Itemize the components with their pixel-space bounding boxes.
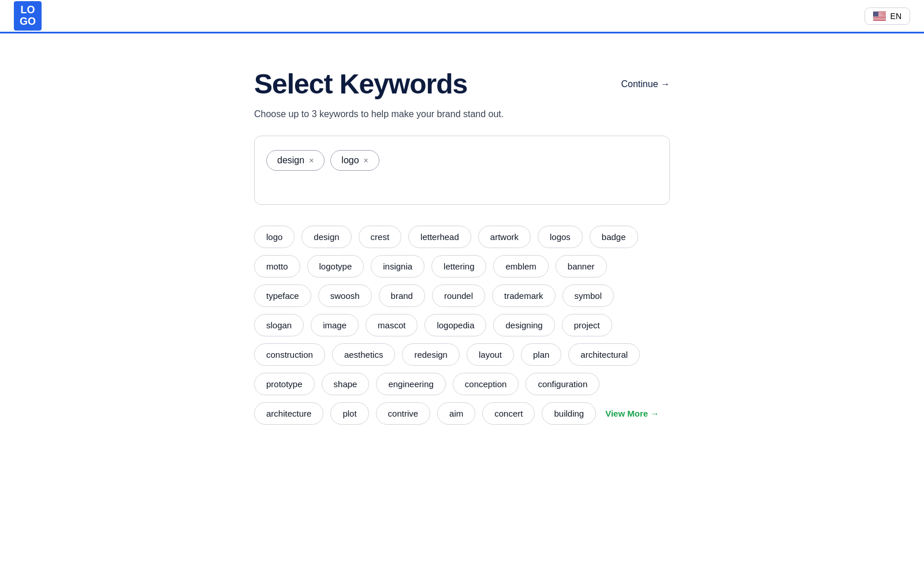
title-row: Select Keywords Continue →	[254, 68, 670, 100]
tag-label: design	[277, 155, 304, 166]
continue-button[interactable]: Continue →	[621, 79, 670, 89]
tag-close[interactable]: ×	[309, 156, 314, 165]
keyword-pill[interactable]: brand	[379, 284, 425, 307]
keyword-pill[interactable]: layout	[467, 343, 514, 366]
keyword-pill[interactable]: logotype	[307, 255, 364, 278]
svg-rect-4	[873, 16, 886, 17]
language-selector[interactable]: ★ ★ ★ ★ ★ ★ ★ ★ ★ ★ ★ ★ ★ ★ ★ ★ ★ ★ ★ ★ …	[865, 8, 910, 25]
keyword-pill[interactable]: plan	[521, 343, 561, 366]
selected-keyword-tag[interactable]: design×	[266, 150, 325, 171]
keyword-pill[interactable]: crest	[359, 226, 402, 248]
keyword-pill[interactable]: roundel	[432, 284, 485, 307]
keyword-pill[interactable]: banner	[556, 255, 607, 278]
keyword-pill[interactable]: building	[542, 402, 596, 425]
keyword-pill[interactable]: slogan	[254, 314, 304, 336]
keyword-pill[interactable]: image	[311, 314, 359, 336]
keyword-pill[interactable]: prototype	[254, 373, 315, 395]
main-content: Select Keywords Continue → Choose up to …	[243, 33, 681, 448]
keyword-pill[interactable]: design	[301, 226, 351, 248]
keyword-pill[interactable]: trademark	[492, 284, 556, 307]
keyword-pill[interactable]: shape	[322, 373, 370, 395]
keyword-pill[interactable]: engineering	[376, 373, 445, 395]
keyword-pill[interactable]: letterhead	[408, 226, 471, 248]
lang-code: EN	[891, 12, 901, 21]
keyword-pills-area: logodesigncrestletterheadartworklogosbad…	[254, 226, 670, 425]
page-title: Select Keywords	[254, 68, 467, 100]
flag-icon: ★ ★ ★ ★ ★ ★ ★ ★ ★ ★ ★ ★ ★ ★ ★ ★ ★ ★ ★ ★ …	[873, 12, 886, 21]
keyword-pill[interactable]: symbol	[562, 284, 614, 307]
page-subtitle: Choose up to 3 keywords to help make you…	[254, 109, 670, 119]
keyword-pill[interactable]: project	[562, 314, 612, 336]
keyword-pill[interactable]: configuration	[526, 373, 599, 395]
logo-line1: LO	[21, 4, 35, 16]
keyword-pill[interactable]: lettering	[431, 255, 486, 278]
selected-keywords-box: design×logo×	[254, 136, 670, 205]
keyword-pill[interactable]: mascot	[366, 314, 418, 336]
keyword-pill[interactable]: designing	[493, 314, 554, 336]
keyword-pill[interactable]: redesign	[402, 343, 460, 366]
keyword-pill[interactable]: logo	[254, 226, 295, 248]
keyword-pill[interactable]: contrive	[376, 402, 431, 425]
keyword-pill[interactable]: typeface	[254, 284, 311, 307]
keyword-pill[interactable]: concert	[482, 402, 535, 425]
keyword-pill[interactable]: motto	[254, 255, 300, 278]
logo: LO GO	[14, 1, 42, 31]
keyword-pill[interactable]: aesthetics	[332, 343, 396, 366]
keyword-pill[interactable]: insignia	[371, 255, 424, 278]
keyword-pill[interactable]: architecture	[254, 402, 323, 425]
header: LO GO ★ ★ ★ ★ ★ ★ ★ ★ ★ ★ ★ ★ ★ ★ ★ ★ ★ …	[0, 0, 924, 33]
keyword-pill[interactable]: aim	[437, 402, 475, 425]
view-more-button[interactable]: View More →	[603, 402, 661, 425]
keyword-pill[interactable]: swoosh	[318, 284, 372, 307]
keyword-pill[interactable]: emblem	[493, 255, 548, 278]
tag-label: logo	[341, 155, 359, 166]
keyword-pill[interactable]: logopedia	[424, 314, 486, 336]
svg-rect-5	[873, 18, 886, 18]
keyword-pill[interactable]: architectural	[568, 343, 640, 366]
selected-keyword-tag[interactable]: logo×	[330, 150, 379, 171]
keyword-pill[interactable]: construction	[254, 343, 325, 366]
keyword-pill[interactable]: logos	[538, 226, 583, 248]
keyword-pill[interactable]: plot	[330, 402, 368, 425]
svg-rect-6	[873, 19, 886, 20]
tag-close[interactable]: ×	[364, 156, 368, 165]
logo-line2: GO	[20, 16, 36, 27]
keyword-pill[interactable]: conception	[453, 373, 519, 395]
keyword-pill[interactable]: badge	[590, 226, 638, 248]
keyword-pill[interactable]: artwork	[478, 226, 531, 248]
